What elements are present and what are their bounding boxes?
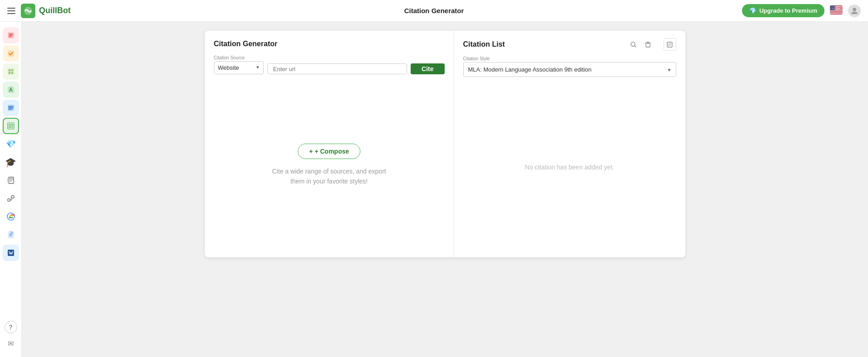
right-panel-header: Citation List <box>463 38 676 51</box>
search-icon[interactable] <box>627 38 640 51</box>
sidebar-item-flow[interactable] <box>3 190 19 207</box>
sidebar-item-help[interactable]: ? <box>5 321 17 333</box>
sidebar-item-research[interactable]: 🎓 <box>3 154 19 170</box>
empty-desc: Cite a wide range of sources, and export… <box>272 166 386 187</box>
hamburger-menu[interactable] <box>7 8 15 14</box>
svg-rect-18 <box>11 69 13 71</box>
svg-rect-26 <box>8 178 9 183</box>
svg-rect-27 <box>8 199 10 201</box>
upgrade-button[interactable]: 💎 Upgrade to Premium <box>742 4 824 17</box>
svg-rect-20 <box>11 72 13 74</box>
sidebar-item-premium[interactable]: 💎 <box>3 136 19 152</box>
citation-list-title: Citation List <box>463 40 505 48</box>
citation-style-select[interactable]: MLA: Modern Language Association 9th edi… <box>463 62 676 77</box>
logo-icon <box>21 4 35 18</box>
sidebar-item-grammar-checker[interactable] <box>3 45 19 62</box>
sidebar-item-paraphraser[interactable] <box>3 27 19 43</box>
cite-button[interactable]: Cite <box>411 63 444 74</box>
source-select-wrapper: Citation Source Website Book Journal New… <box>214 55 264 74</box>
notes-icon[interactable] <box>664 38 676 51</box>
logo[interactable]: QuillBot <box>21 4 71 18</box>
svg-text:★ ★ ★ ★ ★: ★ ★ ★ ★ ★ <box>830 9 839 10</box>
svg-rect-6 <box>830 11 843 12</box>
svg-point-13 <box>853 8 856 11</box>
svg-rect-7 <box>830 13 843 14</box>
svg-rect-25 <box>9 177 14 183</box>
source-select[interactable]: Website Book Journal Newspaper Magazine … <box>214 61 264 74</box>
citation-style-label: Citation Style <box>463 56 676 61</box>
sidebar: 💎 🎓 <box>0 22 22 357</box>
svg-rect-34 <box>646 43 650 47</box>
delete-icon[interactable] <box>642 38 655 51</box>
empty-state: + + Compose Cite a wide range of sources… <box>214 82 445 248</box>
sidebar-item-ai-writer[interactable] <box>3 82 19 98</box>
svg-rect-19 <box>9 72 10 74</box>
svg-rect-35 <box>667 42 672 47</box>
language-flag[interactable]: ★ ★ ★ ★ ★ ★ ★ ★ ★ ★ ★ ★ ★ ★ ★ ★ ★ ★ ★ ★ … <box>830 5 843 16</box>
source-label: Citation Source <box>214 55 264 60</box>
navbar-right: 💎 Upgrade to Premium ★ ★ ★ ★ ★ ★ ★ ★ ★ <box>742 4 861 17</box>
url-input[interactable] <box>267 63 407 74</box>
sidebar-item-citation-generator[interactable] <box>3 118 19 134</box>
input-row: Citation Source Website Book Journal New… <box>214 55 445 74</box>
no-citation-message: No citation has been added yet. <box>463 84 676 250</box>
page-title: Citation Generator <box>404 7 464 14</box>
citation-panel: Citation Generator Citation Source Websi… <box>205 31 685 257</box>
svg-rect-16 <box>8 68 14 75</box>
sidebar-item-google-docs[interactable] <box>3 227 19 243</box>
citation-generator-title: Citation Generator <box>214 40 445 48</box>
sidebar-item-chrome-extension[interactable] <box>3 208 19 225</box>
left-panel: Citation Generator Citation Source Websi… <box>205 31 454 257</box>
right-panel: Citation List <box>454 31 685 257</box>
sidebar-item-notebook[interactable] <box>3 172 19 188</box>
user-avatar[interactable] <box>848 5 861 17</box>
sidebar-item-word[interactable] <box>3 245 19 261</box>
navbar: QuillBot Citation Generator 💎 Upgrade to… <box>0 0 868 22</box>
citation-style-wrapper: Citation Style MLA: Modern Language Asso… <box>463 56 676 77</box>
logo-text: QuillBot <box>39 6 71 15</box>
svg-rect-28 <box>11 196 14 198</box>
sidebar-item-feedback[interactable]: ✉ <box>3 335 19 352</box>
sidebar-item-text-tools[interactable] <box>3 100 19 116</box>
main-content: Citation Generator Citation Source Websi… <box>22 22 868 357</box>
diamond-icon: 💎 <box>749 7 756 14</box>
svg-rect-17 <box>9 69 10 71</box>
compose-button[interactable]: + + Compose <box>298 144 360 159</box>
plus-icon: + <box>309 148 313 155</box>
sidebar-item-summarizer[interactable] <box>3 63 19 80</box>
